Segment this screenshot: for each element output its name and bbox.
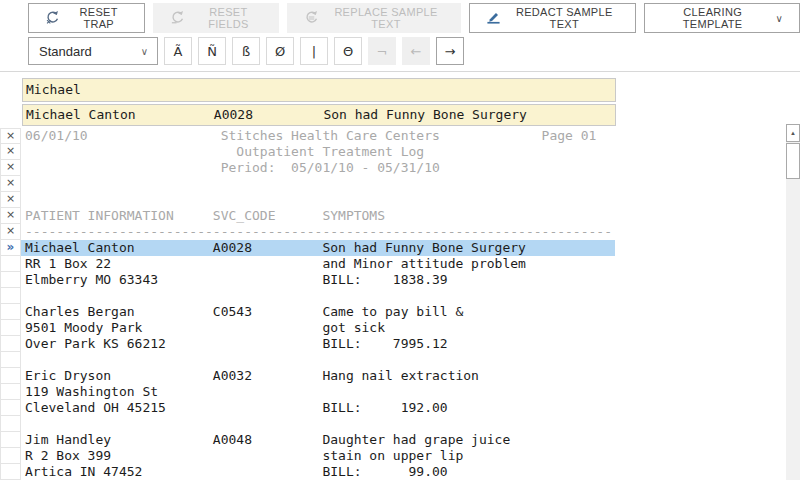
- char-button-pipe[interactable]: |: [300, 37, 328, 65]
- reset-trap-label: RESET TRAP: [69, 6, 128, 30]
- report-line-text: Michael Canton A0028 Son had Funny Bone …: [21, 240, 615, 256]
- report-line-text: Period: 05/01/10 - 05/31/10: [21, 160, 615, 176]
- report-line[interactable]: [0, 352, 615, 368]
- reset-fields-icon: [170, 10, 185, 27]
- char-button-o-slash[interactable]: Ø: [266, 37, 294, 65]
- report-line[interactable]: × Outpatient Treatment Log: [0, 144, 615, 160]
- current-line-marker-icon[interactable]: »: [0, 240, 21, 256]
- report-line-text: Charles Bergan C0543 Came to pay bill &: [21, 304, 615, 320]
- report-line-text: R 2 Box 399 stain on upper lip: [21, 448, 615, 464]
- report-body: ×06/01/10 Stitches Health Care Centers P…: [0, 128, 615, 480]
- scroll-up-button[interactable]: ▲: [786, 124, 800, 142]
- gutter-cell: [0, 272, 21, 288]
- report-line[interactable]: »Michael Canton A0028 Son had Funny Bone…: [0, 240, 615, 256]
- report-line[interactable]: ×06/01/10 Stitches Health Care Centers P…: [0, 128, 615, 144]
- line-trap-x-icon[interactable]: ×: [0, 208, 21, 224]
- report-line-text: [21, 192, 615, 208]
- gutter-cell: [0, 304, 21, 320]
- gutter-cell: [0, 464, 21, 480]
- report-line-text: [21, 176, 615, 192]
- line-trap-x-icon[interactable]: ×: [0, 160, 21, 176]
- chevron-down-icon: ∨: [141, 46, 148, 57]
- chevron-down-icon: ∨: [775, 13, 783, 24]
- report-line[interactable]: × Period: 05/01/10 - 05/31/10: [0, 160, 615, 176]
- report-line-text: Outpatient Treatment Log: [21, 144, 615, 160]
- report-line-text: Over Park KS 66212 BILL: 7995.12: [21, 336, 615, 352]
- report-line[interactable]: 119 Washington St: [0, 384, 615, 400]
- report-line-text: [21, 288, 615, 304]
- replace-sample-text-icon: [304, 10, 319, 27]
- redact-sample-text-label: REDACT SAMPLE TEXT: [510, 6, 619, 30]
- char-button-not-sign[interactable]: ¬: [368, 37, 396, 65]
- line-trap-x-icon[interactable]: ×: [0, 128, 21, 144]
- report-line[interactable]: ×PATIENT INFORMATION SVC_CODE SYMPTOMS: [0, 208, 615, 224]
- report-line[interactable]: Over Park KS 66212 BILL: 7995.12: [0, 336, 615, 352]
- reset-trap-button[interactable]: RESET TRAP: [28, 3, 145, 33]
- report-line[interactable]: [0, 416, 615, 432]
- char-button-theta[interactable]: Θ: [334, 37, 362, 65]
- trap-definition-input[interactable]: Michael: [22, 78, 616, 102]
- replace-sample-text-button[interactable]: REPLACE SAMPLE TEXT: [287, 3, 460, 33]
- scroll-up-arrow-icon: ▲: [790, 130, 796, 136]
- report-line-text: [21, 352, 615, 368]
- report-line[interactable]: Charles Bergan C0543 Came to pay bill &: [0, 304, 615, 320]
- replace-sample-text-label: REPLACE SAMPLE TEXT: [328, 6, 443, 30]
- vertical-scrollbar[interactable]: ▲: [786, 124, 800, 480]
- report-line[interactable]: ×: [0, 192, 615, 208]
- report-line[interactable]: Elmberry MO 63343 BILL: 1838.39: [0, 272, 615, 288]
- report-line[interactable]: ×: [0, 176, 615, 192]
- gutter-cell: [0, 320, 21, 336]
- report-line-text: ----------------------------------------…: [21, 224, 615, 240]
- gutter-cell: [0, 384, 21, 400]
- reset-trap-icon: [45, 10, 60, 27]
- gutter-cell: [0, 432, 21, 448]
- trap-editor-window: RESET TRAP RESET FIELDS REPLACE SAMPLE T…: [0, 0, 800, 480]
- redact-sample-text-icon: [486, 10, 501, 27]
- report-line[interactable]: R 2 Box 399 stain on upper lip: [0, 448, 615, 464]
- char-button-sharp-s[interactable]: ß: [232, 37, 260, 65]
- report-line-text: RR 1 Box 22 and Minor attitude problem: [21, 256, 615, 272]
- redact-sample-text-button[interactable]: REDACT SAMPLE TEXT: [469, 3, 636, 33]
- reset-fields-button[interactable]: RESET FIELDS: [153, 3, 279, 33]
- report-line-text: 119 Washington St: [21, 384, 615, 400]
- gutter-cell: [0, 352, 21, 368]
- trap-type-value: Standard: [39, 44, 92, 59]
- report-line-text: Cleveland OH 45215 BILL: 192.00: [21, 400, 615, 416]
- report-line[interactable]: Jim Handley A0048 Daughter had grape jui…: [0, 432, 615, 448]
- trap-type-select[interactable]: Standard ∨: [28, 37, 158, 65]
- line-trap-x-icon[interactable]: ×: [0, 176, 21, 192]
- report-line[interactable]: RR 1 Box 22 and Minor attitude problem: [0, 256, 615, 272]
- report-line-text: 06/01/10 Stitches Health Care Centers Pa…: [21, 128, 615, 144]
- gutter-cell: [0, 256, 21, 272]
- report-line[interactable]: Cleveland OH 45215 BILL: 192.00: [0, 400, 615, 416]
- report-line-text: 9501 Moody Park got sick: [21, 320, 615, 336]
- line-trap-x-icon[interactable]: ×: [0, 192, 21, 208]
- line-trap-x-icon[interactable]: ×: [0, 224, 21, 240]
- char-button-row: ÃÑßØ|Θ¬←→: [164, 37, 464, 65]
- gutter-cell: [0, 336, 21, 352]
- report-line-text: Jim Handley A0048 Daughter had grape jui…: [21, 432, 615, 448]
- char-button-n-tilde[interactable]: Ñ: [198, 37, 226, 65]
- reset-fields-label: RESET FIELDS: [194, 6, 262, 30]
- gutter-cell: [0, 400, 21, 416]
- report-line[interactable]: Eric Dryson A0032 Hang nail extraction: [0, 368, 615, 384]
- report-line-text: Eric Dryson A0032 Hang nail extraction: [21, 368, 615, 384]
- trap-sample-line: Michael Canton A0028 Son had Funny Bone …: [22, 104, 616, 126]
- report-line-text: PATIENT INFORMATION SVC_CODE SYMPTOMS: [21, 208, 615, 224]
- gutter-cell: [0, 416, 21, 432]
- clearing-template-button[interactable]: CLEARING TEMPLATE ∨: [644, 3, 800, 33]
- char-button-arrow-left[interactable]: ←: [402, 37, 430, 65]
- report-line[interactable]: [0, 288, 615, 304]
- report-line[interactable]: Artica IN 47452 BILL: 99.00: [0, 464, 615, 480]
- scrollbar-thumb[interactable]: [786, 143, 800, 179]
- gutter-cell: [0, 368, 21, 384]
- gutter-cell: [0, 448, 21, 464]
- gutter-cell: [0, 288, 21, 304]
- char-button-arrow-right[interactable]: →: [436, 37, 464, 65]
- char-button-a-tilde[interactable]: Ã: [164, 37, 192, 65]
- line-trap-x-icon[interactable]: ×: [0, 144, 21, 160]
- report-line[interactable]: ×---------------------------------------…: [0, 224, 615, 240]
- report-line[interactable]: 9501 Moody Park got sick: [0, 320, 615, 336]
- trap-character-toolbar: Standard ∨ ÃÑßØ|Θ¬←→: [28, 37, 464, 65]
- report-line-text: Elmberry MO 63343 BILL: 1838.39: [21, 272, 615, 288]
